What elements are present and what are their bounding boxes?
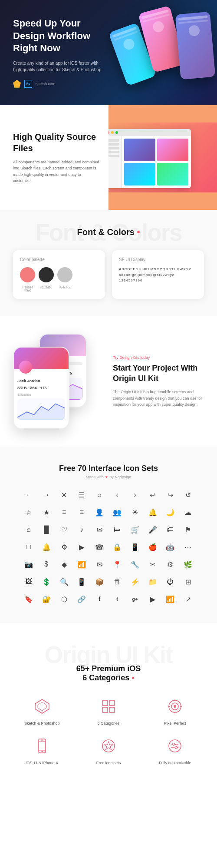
- icon-moon: 🌙: [163, 505, 177, 519]
- icon-apple: 🍎: [146, 540, 160, 554]
- feature-label-pixel: Pixel Perfect: [146, 721, 204, 726]
- mac-sidebar: [108, 136, 122, 188]
- svg-marker-19: [104, 742, 113, 750]
- icon-facebook: f: [92, 592, 106, 606]
- sliders-icon: [166, 737, 184, 755]
- hq-description: All components are named, added, and com…: [13, 159, 100, 184]
- swatch-label-1: #f98080#f9a6: [20, 286, 35, 292]
- icon-photo: 🖼: [22, 575, 36, 589]
- icon-arrow-right: →: [39, 488, 53, 502]
- icon-googleplus: g+: [128, 592, 142, 606]
- feature-pixel: Pixel Perfect: [146, 696, 204, 726]
- sketch-icon: [13, 80, 21, 88]
- features-grid: Sketch & Photoshop 6 Categories: [13, 696, 204, 765]
- color-palette-card: Color palette #f98080#f9a6 #2d2d2d #c4c4…: [13, 250, 105, 299]
- mac-minimize-dot: [111, 131, 114, 134]
- icon-youtube: ▶: [146, 592, 160, 606]
- feature-label-custom: Fully customizable: [146, 760, 204, 766]
- icon-envelope: ✉: [92, 557, 106, 571]
- icon-chart-bar: ▐▌: [39, 523, 53, 537]
- icon-phone: ☎: [92, 540, 106, 554]
- feature-icon-wrap-custom: [164, 735, 186, 757]
- feature-icon-wrap-icons: [98, 735, 119, 757]
- svg-rect-3: [109, 700, 115, 706]
- statistics-label: Statistics: [17, 393, 65, 397]
- icon-hex: ⬡: [57, 592, 71, 606]
- icon-coin: 💲: [39, 575, 53, 589]
- icon-device: 📱: [75, 575, 89, 589]
- made-with-author: by Nodesign: [109, 475, 131, 479]
- feature-label-categories: 6 Categories: [79, 721, 137, 726]
- mac-content: [122, 136, 191, 188]
- feature-icon-wrap-ios: [31, 735, 53, 757]
- hero-subtitle: Create any kind of an app for iOS faster…: [13, 60, 108, 73]
- svg-marker-1: [38, 702, 46, 711]
- icon-pin: 📍: [110, 557, 124, 571]
- icon-users: 👥: [110, 505, 124, 519]
- mac-body: [108, 136, 191, 188]
- svg-rect-13: [39, 739, 46, 753]
- icon-camera: 📷: [22, 557, 36, 571]
- icon-wrench: 🔧: [128, 557, 142, 571]
- icon-share: ↗: [181, 592, 195, 606]
- sf-numbers: 1234567890: [119, 278, 197, 282]
- icon-bell: 🔔: [146, 505, 160, 519]
- icon-settings: ⚙: [57, 540, 71, 554]
- mac-sidebar-item: [108, 139, 119, 142]
- target-icon: [166, 698, 184, 715]
- feature-sketch: Sketch & Photoshop: [13, 696, 71, 726]
- mac-sidebar-item: [108, 143, 119, 146]
- icon-zoom: 🔍: [57, 575, 71, 589]
- icon-power: ⏻: [163, 575, 177, 589]
- star-icon: [100, 737, 117, 755]
- mac-titlebar: [108, 129, 191, 136]
- icon-cloud: ☁: [181, 505, 195, 519]
- font-cards: Color palette #f98080#f9a6 #2d2d2d #c4c4…: [13, 250, 204, 299]
- project-text: Try Design Kits today Start Your Project…: [113, 355, 204, 407]
- icon-flag: ⚑: [181, 523, 195, 537]
- icon-alert: 🔔: [39, 540, 53, 554]
- hq-left: High Quality Source Files All components…: [0, 123, 108, 193]
- mac-close-dot: [108, 131, 109, 134]
- svg-marker-0: [35, 699, 49, 713]
- project-chart-1: [17, 398, 65, 420]
- hero-badges: Ps sketch.com: [13, 80, 108, 88]
- mac-expand-dot: [115, 131, 118, 134]
- icon-chevron-right: ›: [128, 488, 142, 502]
- svg-rect-5: [109, 707, 115, 712]
- hero-badge-text: sketch.com: [36, 82, 56, 86]
- icon-grid: ⊞: [181, 575, 195, 589]
- project-stats-1: 331B 364 175: [17, 386, 65, 390]
- project-phone-body-1: Jack Jordan 331B 364 175 Statistics: [14, 369, 69, 424]
- swatch-dark: [39, 267, 54, 282]
- icon-arrow-left: ←: [22, 488, 36, 502]
- photoshop-icon: Ps: [24, 80, 32, 88]
- try-label: Try Design Kits today: [113, 355, 204, 360]
- feature-label-icons: Free icon sets: [79, 760, 137, 766]
- mac-card-4: [157, 163, 188, 186]
- feature-icons: Free icon sets: [79, 735, 137, 766]
- icon-gear: ⚙: [163, 557, 177, 571]
- hq-right: [108, 123, 217, 193]
- project-phone-name: Jack Jordan: [17, 379, 65, 383]
- icon-android: 🤖: [163, 540, 177, 554]
- icon-key: 🔐: [39, 592, 53, 606]
- project-section: 315k 364 175 Jack Jordan: [0, 316, 217, 447]
- icon-menu: ☰: [75, 488, 89, 502]
- icon-heart: ♡: [57, 523, 71, 537]
- icon-close: ✕: [57, 488, 71, 502]
- stat-num-2: 364: [30, 386, 37, 390]
- project-phones: 315k 364 175 Jack Jordan: [13, 334, 104, 429]
- project-phone-1: Jack Jordan 331B 364 175 Statistics: [13, 347, 69, 429]
- icon-sun: ☀: [128, 505, 142, 519]
- mac-window: [108, 129, 191, 188]
- icon-diamond: ◆: [57, 557, 71, 571]
- icons-title: Free 70 Interface Icon Sets: [9, 464, 208, 473]
- icons-grid: ← → ✕ ☰ ⌕ ‹ › ↩ ↪ ↺ ☆ ★ ≡ ≡ 👤 👥 ☀ 🔔 🌙 ☁ …: [22, 488, 195, 606]
- sf-uppercase: ABCDEFGHIJKLMNOPQRSTUVWXYZ: [119, 267, 197, 271]
- diamond-icon: [33, 698, 51, 715]
- color-swatches: [20, 267, 98, 282]
- icon-forward: ↪: [163, 488, 177, 502]
- icon-signal: 📶: [75, 557, 89, 571]
- icon-trash: 🗑: [110, 575, 124, 589]
